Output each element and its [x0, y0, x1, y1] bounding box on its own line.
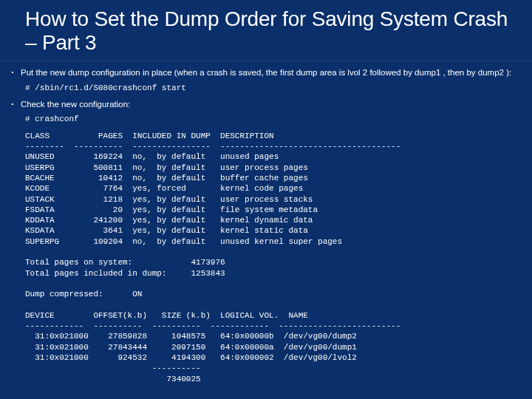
device-row: 31:0x021000 27843444 2097150 64:0x00000a…	[25, 343, 357, 352]
dump-compressed: Dump compressed: ON	[25, 290, 142, 299]
class-row: KDDATA 241200 yes, by default kernel dyn…	[25, 216, 313, 225]
bullet-2: • Check the new configuration:	[4, 99, 522, 109]
bullet-1-text: Put the new dump configuration in place …	[21, 67, 511, 78]
totals-row: Total pages on system: 4173976	[25, 258, 225, 267]
class-table-header: CLASS PAGES INCLUDED IN DUMP DESCRIPTION	[25, 132, 274, 140]
content-area: • Put the new dump configuration in plac…	[0, 61, 532, 383]
class-row: FSDATA 20 yes, by default file system me…	[25, 205, 318, 214]
device-row: 31:0x021000 27859828 1048575 64:0x00000b…	[25, 332, 357, 341]
device-sum-divider: ----------	[25, 364, 201, 372]
slide: How to Set the Dump Order for Saving Sys…	[0, 0, 532, 399]
bullet-dot-icon: •	[4, 99, 21, 109]
device-table-header: DEVICE OFFSET(k.b) SIZE (k.b) LOGICAL VO…	[25, 311, 308, 320]
class-table: CLASS PAGES INCLUDED IN DUMP DESCRIPTION…	[25, 131, 522, 384]
bullet-1: • Put the new dump configuration in plac…	[4, 67, 522, 78]
device-table-divider: ------------ ---------- ---------- -----…	[25, 321, 400, 330]
class-row: USTACK 1218 yes, by default user process…	[25, 195, 313, 204]
class-row: SUPERPG 109204 no, by default unused ker…	[25, 237, 342, 246]
device-sum: 7340025	[25, 375, 201, 383]
title-block: How to Set the Dump Order for Saving Sys…	[0, 0, 532, 61]
class-row: KCODE 7764 yes, forced kernel code pages	[25, 184, 303, 193]
bullet-dot-icon: •	[4, 67, 21, 78]
class-row: UNUSED 169224 no, by default unused page…	[25, 152, 279, 161]
class-row: USERPG 500811 no, by default user proces…	[25, 163, 308, 172]
class-table-divider: -------- ---------- ---------------- ---…	[25, 142, 400, 151]
totals-row: Total pages included in dump: 1253843	[25, 269, 225, 278]
class-row: BCACHE 10412 no, by default buffer cache…	[25, 174, 308, 183]
page-title: How to Set the Dump Order for Saving Sys…	[25, 7, 514, 55]
class-row: KSDATA 3641 yes, by default kernel stati…	[25, 226, 308, 235]
bullet-2-command: # crashconf	[25, 114, 522, 124]
bullet-1-command: # /sbin/rc1.d/S080crashconf start	[25, 83, 522, 93]
bullet-2-text: Check the new configuration:	[21, 99, 130, 109]
device-row: 31:0x021000 924532 4194300 64:0x000002 /…	[25, 353, 357, 362]
